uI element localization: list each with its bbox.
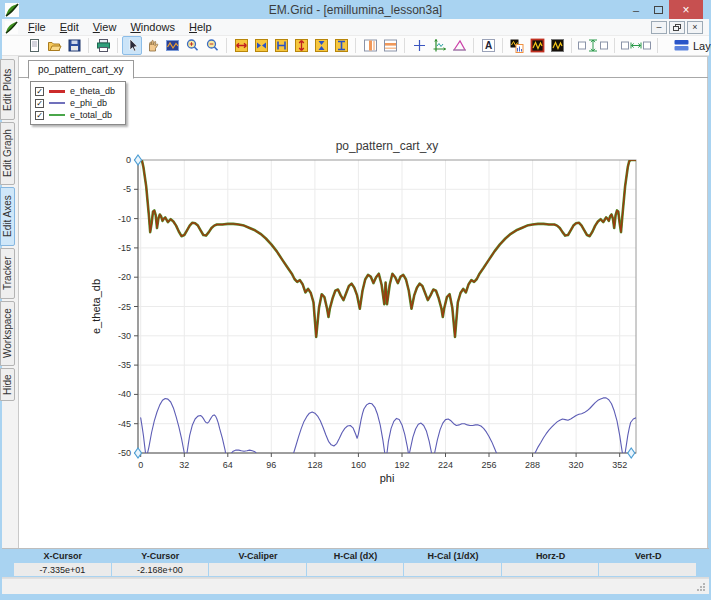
title-bar: EM.Grid - [emillumina_lesson3a] – × xyxy=(0,0,711,19)
axes-tool-icon[interactable] xyxy=(429,36,449,55)
menu-windows[interactable]: Windows xyxy=(123,21,182,33)
shrink-y-axis-icon[interactable] xyxy=(311,36,331,55)
header-vert-d: Vert-D xyxy=(599,550,697,562)
toolbar-separator xyxy=(502,38,503,53)
sidebar-tab-edit-plots[interactable]: Edit Plots xyxy=(0,59,15,120)
close-button[interactable]: × xyxy=(669,0,703,19)
legend-checkbox-e-phi-db[interactable]: ✓ xyxy=(35,99,44,108)
legend-label-e-theta-db: e_theta_db xyxy=(70,86,115,96)
link-y-axes-icon[interactable] xyxy=(576,36,610,55)
copy-plot-icon[interactable] xyxy=(507,36,527,55)
menu-file[interactable]: File xyxy=(21,21,53,33)
new-file-icon[interactable] xyxy=(24,36,44,55)
svg-text:e_theta_db: e_theta_db xyxy=(90,279,102,334)
shrink-x-axis-icon[interactable] xyxy=(251,36,271,55)
header-horz-d: Horz-D xyxy=(502,550,600,562)
status-bar xyxy=(2,578,709,594)
layout-button[interactable]: Layout ▾ xyxy=(668,38,711,53)
crosshair-cursor-icon[interactable] xyxy=(409,36,429,55)
angle-caliper-icon[interactable] xyxy=(449,36,469,55)
link-x-axes-icon[interactable] xyxy=(619,36,653,55)
save-icon[interactable] xyxy=(64,36,84,55)
mdi-restore-button[interactable] xyxy=(669,21,685,34)
menu-edit[interactable]: Edit xyxy=(53,21,86,33)
legend-checkbox-e-total-db[interactable]: ✓ xyxy=(35,111,44,120)
svg-text:-10: -10 xyxy=(118,214,131,224)
svg-text:0: 0 xyxy=(126,155,131,165)
pan-hand-icon[interactable] xyxy=(142,36,162,55)
svg-text:256: 256 xyxy=(481,460,496,470)
toolbar-separator xyxy=(614,38,615,53)
header-x-cursor: X-Cursor xyxy=(14,550,112,562)
value-h-cal-dx xyxy=(307,563,404,576)
print-icon[interactable] xyxy=(93,36,113,55)
legend-label-e-total-db: e_total_db xyxy=(70,110,112,120)
plot-dark-style-icon[interactable] xyxy=(547,36,567,55)
value-v-caliper xyxy=(209,563,306,576)
svg-text:32: 32 xyxy=(179,460,189,470)
svg-text:A: A xyxy=(484,40,491,51)
legend-label-e-phi-db: e_phi_db xyxy=(70,98,107,108)
fit-y-axis-icon[interactable] xyxy=(331,36,351,55)
emgrid-window: { "window": { "title": "EM.Grid - [emill… xyxy=(0,0,711,600)
horizontal-caliper-icon[interactable] xyxy=(380,36,400,55)
maximize-button[interactable] xyxy=(647,0,669,19)
legend-row: ✓ e_total_db xyxy=(35,109,115,121)
value-horz-d xyxy=(502,563,599,576)
svg-text:-20: -20 xyxy=(118,272,131,282)
mdi-restore-icon xyxy=(673,24,681,31)
zoom-window-icon[interactable] xyxy=(162,36,182,55)
plot-legend: ✓ e_theta_db ✓ e_phi_db ✓ e_total_db xyxy=(30,81,126,125)
svg-text:0: 0 xyxy=(138,460,143,470)
legend-checkbox-e-theta-db[interactable]: ✓ xyxy=(35,87,44,96)
sidebar-tab-edit-graph[interactable]: Edit Graph xyxy=(0,122,15,185)
expand-y-axis-icon[interactable] xyxy=(291,36,311,55)
zoom-in-icon[interactable] xyxy=(182,36,202,55)
mdi-minimize-button[interactable]: – xyxy=(651,21,667,34)
legend-swatch-e-theta-db xyxy=(49,90,65,93)
toolbar-separator xyxy=(88,38,89,53)
open-file-icon[interactable] xyxy=(44,36,64,55)
sidebar-tab-hide[interactable]: Hide xyxy=(0,368,15,401)
minimize-button[interactable]: – xyxy=(625,0,647,19)
svg-text:-40: -40 xyxy=(118,389,131,399)
sidebar-tab-tracker[interactable]: Tracker xyxy=(0,248,15,299)
svg-text:-15: -15 xyxy=(118,243,131,253)
svg-text:128: 128 xyxy=(307,460,322,470)
value-vert-d xyxy=(599,563,696,576)
svg-text:288: 288 xyxy=(525,460,540,470)
sidebar-tab-workspace[interactable]: Workspace xyxy=(0,301,15,366)
menu-bar: File Edit View Windows Help – × xyxy=(2,19,709,36)
select-cursor-icon[interactable] xyxy=(122,36,142,55)
toolbar-separator xyxy=(404,38,405,53)
header-h-cal-dx: H-Cal (dX) xyxy=(307,550,405,562)
toolbar-separator xyxy=(473,38,474,53)
app-logo-icon xyxy=(5,3,19,17)
mdi-close-button[interactable]: × xyxy=(687,21,703,34)
svg-text:phi: phi xyxy=(380,472,395,484)
toolbar: A Layout ▾ xyxy=(2,36,709,56)
expand-x-axis-icon[interactable] xyxy=(231,36,251,55)
fit-x-axis-icon[interactable] xyxy=(271,36,291,55)
text-annotation-icon[interactable]: A xyxy=(478,36,498,55)
cursor-readout-headers: X-Cursor Y-Cursor V-Caliper H-Cal (dX) H… xyxy=(14,550,697,562)
toolbar-separator xyxy=(571,38,572,53)
vertical-caliper-icon[interactable] xyxy=(360,36,380,55)
menu-help[interactable]: Help xyxy=(182,21,219,33)
menu-view[interactable]: View xyxy=(86,21,124,33)
chart-plot-area[interactable]: 0-5-10-15-20-25-30-35-40-45-500326496128… xyxy=(88,148,658,490)
svg-text:-50: -50 xyxy=(118,448,131,458)
plot-invert-colors-icon[interactable] xyxy=(527,36,547,55)
layout-icon xyxy=(674,39,689,52)
header-v-caliper: V-Caliper xyxy=(209,550,307,562)
sidebar-tab-edit-axes[interactable]: Edit Axes xyxy=(0,187,15,246)
cursor-readout-values: -7.335e+01 -2.168e+00 xyxy=(14,562,697,576)
svg-text:-35: -35 xyxy=(118,360,131,370)
legend-row: ✓ e_phi_db xyxy=(35,97,115,109)
svg-text:352: 352 xyxy=(612,460,627,470)
svg-text:96: 96 xyxy=(266,460,276,470)
document-tab[interactable]: po_pattern_cart_xy xyxy=(28,60,134,79)
toolbar-separator xyxy=(657,38,658,53)
zoom-out-icon[interactable] xyxy=(202,36,222,55)
resize-grip[interactable] xyxy=(697,583,706,592)
